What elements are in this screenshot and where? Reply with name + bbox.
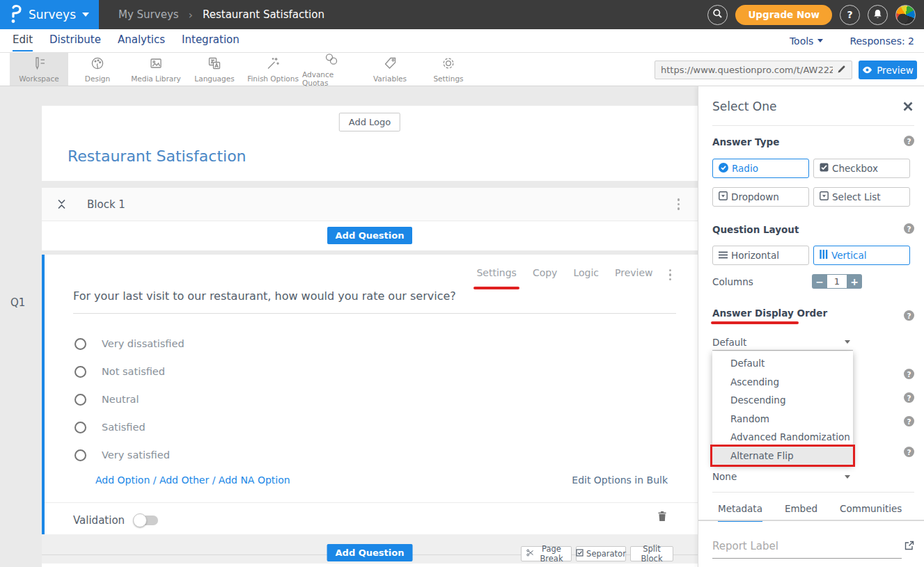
question-tab-settings[interactable]: Settings: [476, 267, 516, 282]
answer-option-label[interactable]: Neutral: [102, 394, 139, 405]
question-text[interactable]: For your last visit to our restaurant, h…: [73, 289, 676, 314]
radio-icon[interactable]: [75, 366, 86, 378]
toolbar-item-label: Settings: [433, 74, 463, 83]
answer-option-row[interactable]: Neutral: [75, 385, 185, 413]
help-icon[interactable]: ?: [904, 310, 914, 321]
toolbar-item-workspace[interactable]: Workspace: [10, 53, 68, 86]
validation-toggle[interactable]: [134, 516, 158, 525]
help-icon[interactable]: ?: [904, 369, 914, 379]
product-switcher[interactable]: Surveys: [0, 0, 99, 29]
split-block-button[interactable]: Split Block: [630, 546, 673, 561]
help-button[interactable]: ?: [840, 5, 860, 25]
tab-integration[interactable]: Integration: [182, 30, 240, 51]
toolbar-item-advance-quotas[interactable]: Advance Quotas: [302, 53, 361, 86]
radio-icon[interactable]: [75, 394, 86, 406]
answer-option-label[interactable]: Very satisfied: [102, 449, 170, 461]
radio-icon[interactable]: [75, 338, 86, 350]
question-tab-copy[interactable]: Copy: [533, 267, 558, 282]
add-question-button[interactable]: Add Question: [327, 227, 413, 244]
none-select[interactable]: None: [712, 468, 853, 485]
dropdown-option-ascending[interactable]: Ascending: [712, 373, 853, 392]
help-icon[interactable]: ?: [904, 136, 914, 146]
responses-count[interactable]: Responses: 2: [849, 35, 914, 47]
add-question-button-bottom[interactable]: Add Question: [327, 544, 413, 561]
help-icon[interactable]: ?: [904, 447, 914, 457]
help-icon[interactable]: ?: [904, 223, 914, 234]
collapse-block-icon[interactable]: [57, 198, 66, 210]
help-icon[interactable]: ?: [904, 392, 914, 403]
panel-tab-communities[interactable]: Communities: [840, 503, 902, 522]
toolbar-item-variables[interactable]: Variables: [361, 53, 419, 86]
external-link-icon[interactable]: [905, 541, 914, 552]
panel-divider: [712, 125, 914, 126]
report-label-input[interactable]: [712, 537, 902, 559]
question-menu-kebab-icon[interactable]: [669, 269, 672, 281]
edit-options-in-bulk-link[interactable]: Edit Options in Bulk: [572, 474, 668, 486]
tab-distribute[interactable]: Distribute: [49, 30, 101, 51]
notifications-button[interactable]: [868, 5, 888, 25]
toolbar-item-languages[interactable]: Languages: [185, 53, 244, 86]
answer-option-label[interactable]: Very dissatisfied: [102, 338, 185, 349]
edit-pencil-icon[interactable]: [837, 65, 846, 76]
toolbar-item-label: Workspace: [19, 74, 58, 83]
upgrade-now-button[interactable]: Upgrade Now: [735, 5, 832, 25]
add-other-link[interactable]: Add Other: [159, 474, 209, 486]
answer-type-select-list-button[interactable]: Select List: [813, 187, 910, 207]
add-option-link[interactable]: Add Option: [95, 474, 150, 486]
answer-option-row[interactable]: Not satisfied: [75, 358, 185, 385]
toolbar-item-finish-options[interactable]: Finish Options: [244, 53, 302, 86]
display-order-select[interactable]: Default: [712, 334, 853, 351]
questionpro-logo-icon: [10, 4, 22, 26]
survey-url-input[interactable]: [661, 65, 833, 75]
columns-value-input[interactable]: [827, 274, 847, 289]
dropdown-option-advanced-randomization[interactable]: Advanced Randomization: [712, 428, 853, 447]
panel-tab-embed[interactable]: Embed: [785, 503, 817, 522]
answer-type-radio-button[interactable]: Radio: [712, 159, 809, 178]
delete-question-button[interactable]: [657, 511, 667, 524]
answer-options-list: Very dissatisfied Not satisfied Neutral …: [75, 330, 185, 469]
user-avatar[interactable]: [895, 5, 916, 25]
radio-icon[interactable]: [75, 449, 86, 461]
panel-tab-metadata[interactable]: Metadata: [718, 503, 762, 522]
layout-vertical-button[interactable]: Vertical: [813, 246, 910, 265]
toolbar-item-settings[interactable]: Settings: [419, 53, 478, 86]
answer-option-label[interactable]: Satisfied: [102, 422, 146, 433]
dropdown-option-default[interactable]: Default: [712, 354, 853, 373]
validation-row: Validation: [73, 514, 158, 527]
survey-title[interactable]: Restaurant Satisfaction: [68, 147, 246, 165]
add-logo-button[interactable]: Add Logo: [339, 113, 400, 131]
tab-edit[interactable]: Edit: [13, 30, 33, 51]
breadcrumb-parent[interactable]: My Surveys: [118, 8, 179, 21]
tab-analytics[interactable]: Analytics: [118, 30, 165, 51]
page-break-button[interactable]: Page Break: [521, 546, 572, 561]
decrement-button[interactable]: −: [812, 274, 827, 289]
question-tab-preview[interactable]: Preview: [615, 267, 653, 282]
add-na-option-link[interactable]: Add NA Option: [219, 474, 290, 486]
help-icon[interactable]: ?: [904, 416, 914, 426]
block-menu-kebab-icon[interactable]: [678, 198, 680, 210]
answer-type-checkbox-button[interactable]: Checkbox: [813, 159, 910, 178]
dropdown-option-descending[interactable]: Descending: [712, 391, 853, 410]
answer-type-dropdown-button[interactable]: Dropdown: [712, 187, 809, 207]
answer-option-label[interactable]: Not satisfied: [102, 366, 165, 377]
dropdown-option-alternate-flip[interactable]: Alternate Flip: [712, 447, 853, 465]
search-button[interactable]: [707, 5, 728, 25]
close-icon[interactable]: [903, 102, 913, 113]
panel-divider: [712, 492, 914, 493]
block-title[interactable]: Block 1: [87, 198, 125, 211]
tools-menu[interactable]: Tools: [790, 35, 824, 47]
toolbar-item-design[interactable]: Design: [68, 53, 127, 86]
answer-option-row[interactable]: Very dissatisfied: [75, 330, 185, 358]
answer-option-row[interactable]: Very satisfied: [75, 441, 185, 469]
toolbar-item-media-library[interactable]: Media Library: [127, 53, 185, 86]
separator-button[interactable]: Separator: [576, 546, 626, 561]
dropdown-option-random[interactable]: Random: [712, 410, 853, 429]
preview-button[interactable]: Preview: [859, 61, 917, 79]
answer-option-row[interactable]: Satisfied: [75, 413, 185, 441]
chevron-down-icon: [845, 340, 850, 344]
layout-horizontal-button[interactable]: Horizontal: [712, 246, 809, 265]
question-tab-logic[interactable]: Logic: [573, 267, 599, 282]
increment-button[interactable]: +: [847, 274, 862, 289]
translate-icon: [207, 56, 222, 72]
radio-icon[interactable]: [75, 422, 86, 433]
